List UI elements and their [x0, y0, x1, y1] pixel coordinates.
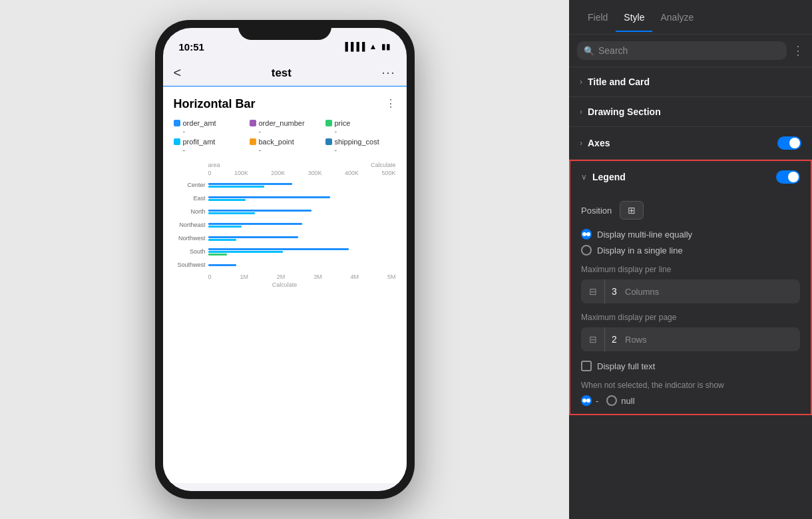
bar-south-0 — [208, 248, 349, 250]
chart-more-icon[interactable]: ⋮ — [385, 97, 396, 110]
bar-northwest-1 — [208, 239, 236, 241]
chart-container: Horizontal Bar ⋮ order_amt - — [163, 86, 407, 483]
tablet-icon: ⊟ — [589, 286, 597, 297]
section-drawing[interactable]: › Drawing Section — [569, 97, 812, 127]
section-axes-label: Axes — [588, 138, 777, 148]
bar-north-0 — [208, 210, 311, 212]
chart-row-northeast: Northeast — [174, 219, 396, 231]
legend-text-4: back_point — [259, 138, 294, 146]
legend-value-3: - — [183, 146, 244, 154]
display-full-text-checkbox[interactable] — [581, 361, 592, 371]
row-label-east: East — [174, 195, 208, 202]
axis-top-0: area — [208, 162, 220, 168]
bar-northwest-0 — [208, 236, 298, 238]
nav-title: test — [181, 67, 381, 80]
legend-item-0: order_amt - — [174, 119, 244, 135]
max-per-page-row: ⊟ 2 Rows — [581, 327, 800, 351]
legend-value-2: - — [335, 127, 396, 135]
bar-northeast-1 — [208, 226, 242, 228]
search-more-button[interactable]: ⋮ — [792, 43, 804, 58]
row-label-center: Center — [174, 182, 208, 188]
bar-east-1 — [208, 199, 246, 201]
legend-section-label: Legend — [592, 172, 776, 182]
phone-notch — [238, 20, 331, 40]
position-label: Position — [581, 206, 612, 216]
phone-mockup: 10:51 ▐▐▐▐ ▲ ▮▮ < test ··· Horizontal Ba… — [155, 20, 415, 499]
bar-northeast-0 — [208, 223, 302, 225]
legend-dot-5 — [325, 138, 332, 145]
radio-single-line[interactable] — [581, 245, 592, 256]
chevron-right-icon-axes: › — [580, 138, 582, 148]
radio-indicator-null[interactable] — [606, 395, 617, 406]
search-input[interactable] — [598, 45, 780, 56]
legend-item-1: order_number - — [250, 119, 320, 135]
legend-item-4: back_point - — [250, 138, 320, 154]
search-icon: 🔍 — [584, 46, 594, 56]
section-axes[interactable]: › Axes — [569, 127, 812, 160]
bottom-axis-5: 5M — [387, 273, 396, 280]
bars-area-east — [208, 192, 396, 204]
bar-center-1 — [208, 186, 265, 188]
indicator-row: - null — [581, 395, 800, 406]
right-panel: Field Style Analyze 🔍 ⋮ › Title and Card… — [569, 0, 812, 519]
legend-header[interactable]: ∨ Legend — [570, 161, 811, 193]
tabs-bar: Field Style Analyze — [569, 0, 812, 35]
tab-analyze[interactable]: Analyze — [652, 3, 702, 32]
radio-multi-line[interactable] — [581, 229, 592, 240]
max-per-line-value[interactable]: 3 — [605, 286, 625, 297]
chart-row-center: Center — [174, 179, 396, 191]
chart-row-southwest: Southwest — [174, 259, 396, 271]
chart-row-east: East — [174, 192, 396, 204]
max-per-page-value[interactable]: 2 — [605, 334, 625, 345]
status-icons: ▐▐▐▐ ▲ ▮▮ — [343, 42, 391, 51]
legend-text-1: order_number — [259, 119, 305, 127]
radio-text-0: Display multi-line equally — [597, 230, 692, 240]
row-label-northwest: Northwest — [174, 235, 208, 242]
legend-text-0: order_amt — [183, 119, 216, 127]
axis-label-2: 200K — [271, 170, 285, 176]
legend-text-3: profit_amt — [183, 138, 216, 146]
chart-row-northwest: Northwest — [174, 232, 396, 244]
indicator-option-0: - — [581, 395, 598, 406]
tab-style[interactable]: Style — [616, 3, 652, 32]
back-button[interactable]: < — [174, 65, 182, 81]
bars-area-north — [208, 206, 396, 218]
legend-text-5: shipping_cost — [335, 138, 379, 146]
bottom-axis-0: 0 — [208, 273, 212, 280]
legend-dot-3 — [174, 138, 180, 145]
row-label-south: South — [174, 248, 208, 255]
nav-bar: < test ··· — [163, 60, 407, 86]
bar-chart: area Calculate 0 100K 200K 300K 400K 500… — [174, 162, 396, 288]
axis-label-4: 400K — [345, 170, 359, 176]
legend-value-5: - — [335, 146, 396, 154]
legend-dot-0 — [174, 120, 180, 126]
section-title-and-card[interactable]: › Title and Card — [569, 67, 812, 97]
position-row: Position ⊞ — [581, 201, 800, 220]
axis-label-3: 300K — [308, 170, 322, 176]
row-label-southwest: Southwest — [174, 261, 208, 268]
axes-toggle[interactable] — [777, 136, 801, 150]
max-per-line-row: ⊟ 3 Columns — [581, 279, 800, 303]
legend-item-3: profit_amt - — [174, 138, 244, 154]
chart-legend: order_amt - order_number - — [174, 119, 396, 154]
bottom-axis-2: 2M — [277, 273, 286, 280]
position-icon: ⊞ — [628, 205, 636, 216]
search-bar: 🔍 ⋮ — [569, 35, 812, 67]
row-label-north: North — [174, 208, 208, 215]
bars-area-center — [208, 179, 396, 191]
battery-icon: ▮▮ — [381, 42, 391, 51]
legend-value-0: - — [183, 127, 244, 135]
chevron-right-icon-title: › — [580, 77, 582, 86]
radio-indicator-dash[interactable] — [581, 395, 592, 406]
more-button[interactable]: ··· — [381, 66, 395, 80]
bars-area-northwest — [208, 232, 396, 244]
tab-field[interactable]: Field — [580, 3, 616, 32]
chart-row-south: South — [174, 246, 396, 258]
bars-area-northeast — [208, 219, 396, 231]
radio-row-1: Display in a single line — [581, 245, 800, 256]
display-full-text-row: Display full text — [581, 361, 800, 371]
legend-value-4: - — [259, 146, 320, 154]
position-button[interactable]: ⊞ — [620, 201, 644, 220]
legend-toggle[interactable] — [776, 170, 800, 184]
radio-text-1: Display in a single line — [597, 246, 683, 256]
